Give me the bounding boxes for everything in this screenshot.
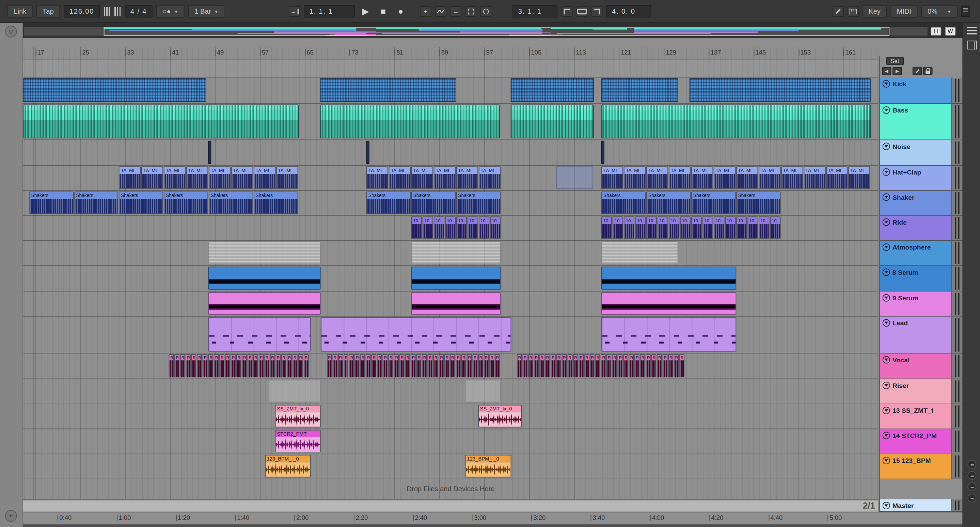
clip-bass[interactable]	[320, 105, 500, 138]
clip-r[interactable]: R	[203, 354, 208, 377]
clip-r[interactable]: R	[304, 354, 309, 377]
clip-r[interactable]: R	[186, 354, 191, 377]
track-fold-icon[interactable]	[883, 106, 890, 114]
clip-r[interactable]: R	[545, 354, 550, 377]
clip-r[interactable]: R	[231, 354, 235, 377]
track-fold-icon[interactable]	[883, 356, 890, 363]
clip-r[interactable]: R	[444, 354, 449, 377]
track-header-shaker[interactable]: Shaker	[880, 191, 962, 216]
track-header-riser[interactable]: Riser	[880, 379, 962, 404]
clip-r[interactable]: R	[439, 354, 444, 377]
track-fold-icon[interactable]	[883, 142, 890, 150]
clip-8-serum[interactable]	[602, 267, 736, 290]
clip-noise[interactable]	[366, 141, 369, 164]
horizontal-scrollbar[interactable]	[0, 524, 980, 527]
track-lane-ride[interactable]: 1010101010101010101010101010101010101010…	[23, 216, 878, 241]
track-lane-riser[interactable]	[23, 379, 878, 404]
track-lane-15-123-bpm[interactable]: 123_BPM_-_0123_BPM_-_0	[23, 454, 878, 479]
clip-ta-mi[interactable]: TA_MI	[164, 166, 186, 189]
clip-ta-mi[interactable]: TA_MI	[826, 166, 848, 189]
clip-riser[interactable]	[465, 380, 501, 402]
clip-r[interactable]: R	[338, 354, 343, 377]
track-header-9-serum[interactable]: 9 Serum	[880, 291, 962, 316]
clip-shakers[interactable]: Shakers	[736, 192, 780, 214]
clip-10[interactable]: 10	[748, 216, 758, 239]
clip-10[interactable]: 10	[657, 216, 668, 239]
clip-r[interactable]: R	[332, 354, 337, 377]
clip-ta-mi[interactable]: TA_MI	[759, 166, 780, 189]
close-arrangement-overview-toggle[interactable]: ▽	[5, 26, 17, 37]
set-locator-button[interactable]: Set	[886, 57, 904, 65]
clip-r[interactable]: R	[539, 354, 544, 377]
clip-ta-mi[interactable]: TA_MI	[714, 166, 735, 189]
track-header-15-123-bpm[interactable]: 15 123_BPM	[880, 454, 962, 479]
automation-arm-button[interactable]	[435, 6, 446, 16]
track-lane-kick[interactable]	[23, 78, 878, 104]
clip-10[interactable]: 10	[624, 216, 635, 239]
punch-out-button[interactable]	[591, 6, 602, 16]
clip-r[interactable]: R	[169, 354, 174, 377]
track-lane-noise[interactable]	[23, 140, 878, 166]
clip-r[interactable]: R	[674, 354, 679, 377]
track-header-hat-clap[interactable]: Hat+Clap	[880, 166, 962, 190]
clip-r[interactable]: R	[287, 354, 292, 377]
clip-shakers[interactable]: Shakers	[29, 192, 73, 214]
clip-r[interactable]: R	[450, 354, 455, 377]
clip-r[interactable]: R	[495, 354, 500, 377]
arrangement-overview[interactable]	[23, 26, 928, 36]
track-header-8-serum[interactable]: 8 Serum	[880, 266, 962, 291]
clip-r[interactable]: R	[657, 354, 662, 377]
clip-r[interactable]: R	[679, 354, 684, 377]
clip-kick[interactable]	[23, 78, 206, 102]
track-header-lead[interactable]: Lead	[880, 317, 962, 353]
clip-r[interactable]: R	[522, 354, 527, 377]
clip-r[interactable]: R	[489, 354, 495, 377]
clip-10[interactable]: 10	[736, 216, 747, 239]
clip-bass[interactable]	[602, 105, 871, 138]
time-signature-display[interactable]: 4 / 4	[125, 5, 153, 18]
track-header-14-stcr2-pm[interactable]: 14 STCR2_PM	[880, 429, 962, 454]
clip-ss-zmt-fx-0[interactable]: SS_ZMT_fx_0	[275, 405, 320, 428]
clip-ta-mi[interactable]: TA_MI	[276, 166, 298, 189]
clip-9-serum[interactable]	[208, 292, 321, 315]
clip-ta-mi[interactable]: TA_MI	[389, 166, 410, 189]
clip-ta-mi[interactable]: TA_MI	[624, 166, 646, 189]
clip-r[interactable]: R	[584, 354, 589, 377]
clip-r[interactable]: R	[456, 354, 461, 377]
clip-ta-mi[interactable]: TA_MI	[736, 166, 758, 189]
clip-123-bpm-0[interactable]: 123_BPM_-_0	[465, 455, 511, 477]
clip-r[interactable]: R	[562, 354, 566, 377]
clip-shakers[interactable]: Shakers	[119, 192, 164, 214]
clip-r[interactable]: R	[360, 354, 365, 377]
clip-10[interactable]: 10	[703, 216, 713, 239]
track-lane-shaker[interactable]: ShakersShakersShakersShakersShakersShake…	[23, 191, 878, 216]
track-lane-lead[interactable]	[23, 317, 878, 353]
clip-10[interactable]: 10	[490, 216, 501, 239]
track-header-13-ss-zmt-f[interactable]: 13 SS_ZMT_f	[880, 404, 962, 429]
stop-button[interactable]: ■	[376, 5, 390, 18]
io-section-toggle[interactable]	[967, 460, 976, 469]
clip-r[interactable]: R	[175, 354, 180, 377]
track-header-atmosphere[interactable]: Atmosphere	[880, 241, 962, 266]
re-enable-automation-button[interactable]: ←	[450, 6, 461, 16]
clip-lead[interactable]	[208, 317, 310, 352]
clip-10[interactable]: 10	[680, 216, 690, 239]
clip-r[interactable]: R	[629, 354, 634, 377]
track-lane-13-ss-zmt-f[interactable]: SS_ZMT_fx_0SS_ZMT_fx_0	[23, 404, 878, 429]
clip-r[interactable]: R	[612, 354, 617, 377]
clip-10[interactable]: 10	[646, 216, 657, 239]
clip-r[interactable]: R	[517, 354, 522, 377]
track-fold-icon[interactable]	[883, 407, 890, 414]
session-record-button[interactable]	[480, 6, 492, 16]
clip-r[interactable]: R	[556, 354, 561, 377]
clip-hat-clap[interactable]	[556, 166, 593, 189]
clip-r[interactable]: R	[326, 354, 332, 377]
overview-view-frame[interactable]	[104, 27, 889, 36]
clip-ta-mi[interactable]: TA_MI	[691, 166, 713, 189]
beat-time-ruler[interactable]: 1725334149576573818997105113121129137145…	[23, 47, 878, 60]
track-fold-icon[interactable]	[883, 294, 890, 302]
play-button[interactable]: ▶	[359, 5, 372, 18]
track-fold-icon[interactable]	[883, 457, 890, 464]
clip-10[interactable]: 10	[434, 216, 444, 239]
clip-r[interactable]: R	[242, 354, 247, 377]
